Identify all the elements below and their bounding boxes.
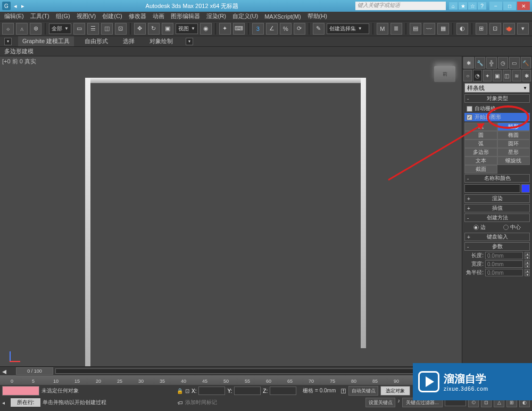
snap-icon[interactable]: 3 [252, 23, 264, 35]
rollout-parameters[interactable]: -参数 [464, 242, 530, 251]
percent-snap-icon[interactable]: % [280, 23, 292, 35]
hierarchy-tab-icon[interactable]: ╬ [486, 57, 497, 69]
shape-ellipse-button[interactable]: 椭圆 [497, 131, 530, 139]
spacewarps-icon[interactable]: ≋ [512, 70, 521, 81]
help-icon[interactable]: ? [478, 2, 486, 10]
rollout-object-type[interactable]: -对象类型 [464, 94, 530, 103]
radio-center[interactable]: 中心 [503, 224, 521, 231]
shape-text-button[interactable]: 文本 [464, 157, 497, 165]
shape-circle-button[interactable]: 圆 [464, 131, 497, 139]
corner-radius-input[interactable]: 0.0mm [485, 269, 523, 276]
selected-label[interactable]: 选定对象 [380, 386, 410, 396]
z-input[interactable] [270, 387, 296, 395]
motion-tab-icon[interactable]: ◷ [498, 57, 509, 69]
menu-help[interactable]: 帮助(H) [305, 12, 329, 20]
help-search-input[interactable]: 键入关键字或短语 [355, 2, 446, 10]
curve-editor-icon[interactable]: 〰 [423, 23, 435, 35]
shape-ngon-button[interactable]: 多边形 [464, 148, 497, 157]
lock-icon[interactable]: 🔒 [177, 388, 183, 394]
track-toggle-icon[interactable]: ◂ [2, 366, 10, 376]
menu-views[interactable]: 视图(V) [74, 12, 98, 20]
select-icon[interactable]: ▭ [73, 23, 85, 35]
create-tab-icon[interactable]: ✱ [463, 57, 474, 69]
ribbon-tab-selection[interactable]: 选择 [119, 36, 139, 46]
isolate-icon[interactable]: ⊡ [185, 388, 189, 394]
render-icon[interactable]: 🫖 [503, 23, 515, 35]
align-icon[interactable]: ≣ [390, 23, 402, 35]
spin-down-icon[interactable]: ▾ [525, 273, 530, 276]
menu-group[interactable]: 组(G) [54, 12, 72, 20]
key-icon[interactable]: ⚿ [341, 388, 346, 394]
spin-up-icon[interactable]: ▴ [525, 252, 530, 256]
spin-up-icon[interactable]: ▴ [525, 269, 530, 273]
modify-tab-icon[interactable]: 🔧 [475, 57, 486, 69]
autokey-button[interactable]: 自动关键点 [348, 386, 378, 396]
width-input[interactable]: 0.0mm [485, 260, 523, 268]
menu-modifiers[interactable]: 修改器 [127, 12, 148, 20]
select-name-icon[interactable]: ☰ [87, 23, 99, 35]
unlink-icon[interactable]: ⟑ [16, 23, 28, 35]
move-icon[interactable]: ✥ [134, 23, 146, 35]
utilities-tab-icon[interactable]: 🔨 [521, 57, 531, 69]
x-input[interactable] [198, 387, 225, 395]
angle-snap-icon[interactable]: ∠ [266, 23, 278, 35]
tag-icon[interactable]: 🏷 [178, 400, 183, 406]
rollout-keyboard[interactable]: +键盘输入 [464, 233, 530, 241]
arrow-left-icon[interactable]: ◂ [14, 3, 21, 10]
setkey-button[interactable]: 设置关键点 [365, 398, 395, 407]
info-icon[interactable]: ⌂ [449, 2, 458, 10]
spinner-snap-icon[interactable]: ⟳ [294, 23, 305, 35]
geometry-icon[interactable]: ○ [463, 70, 472, 81]
shape-donut-button[interactable]: 圆环 [497, 139, 530, 148]
object-name-input[interactable] [464, 184, 520, 193]
ribbon-expand-icon[interactable]: ▾ [186, 38, 193, 45]
spin-down-icon[interactable]: ▾ [525, 256, 530, 259]
mirror-icon[interactable]: M [377, 23, 388, 35]
shapes-category-dropdown[interactable]: 样条线▼ [464, 83, 530, 93]
window-crossing-icon[interactable]: ⊡ [115, 23, 127, 35]
link-icon[interactable]: ⟐ [2, 23, 14, 35]
menu-grapheditors[interactable]: 图形编辑器 [169, 12, 202, 20]
radio-edge[interactable]: 边 [473, 224, 486, 231]
rotate-icon[interactable]: ↻ [148, 23, 160, 35]
material-editor-icon[interactable]: ◐ [456, 23, 468, 35]
menu-customize[interactable]: 自定义(U) [230, 12, 260, 20]
center-icon[interactable]: ◉ [200, 23, 212, 35]
shape-arc-button[interactable]: 弧 [464, 139, 497, 148]
menu-create[interactable]: 创建(C) [100, 12, 124, 20]
shape-section-button[interactable]: 截面 [464, 165, 497, 174]
ribbon-tab-paint[interactable]: 对象绘制 [145, 36, 177, 46]
prompt-toggle-icon[interactable]: ◂ [2, 400, 9, 406]
layers-icon[interactable]: ▤ [410, 23, 421, 35]
scale-icon[interactable]: ▣ [162, 23, 173, 35]
ref-coord-system[interactable]: 视图▼ [176, 23, 198, 34]
y-input[interactable] [234, 387, 261, 395]
ribbon-tab-freeform[interactable]: 自由形式 [80, 36, 112, 46]
arrow-right-icon[interactable]: ▸ [21, 3, 29, 10]
star-icon[interactable]: ★ [459, 2, 467, 10]
viewcube[interactable]: 前 [434, 66, 455, 82]
cameras-icon[interactable]: ▣ [493, 70, 501, 81]
display-tab-icon[interactable]: ▭ [509, 57, 520, 69]
auto-grid-checkbox[interactable]: 自动栅格 [464, 104, 530, 113]
ribbon-collapse-icon[interactable]: ▾ [4, 38, 12, 45]
add-time-tag[interactable]: 添加时间标记 [185, 399, 217, 406]
shapes-icon[interactable]: ◔ [473, 70, 481, 81]
shape-rectangle-button[interactable]: 矩形 [497, 122, 530, 131]
schematic-icon[interactable]: ▦ [437, 23, 449, 35]
menu-animation[interactable]: 动画 [151, 12, 167, 20]
shape-star-button[interactable]: 星形 [497, 148, 530, 157]
render-frame-icon[interactable]: ⊡ [489, 23, 501, 35]
selection-filter[interactable]: 全部▼ [49, 23, 71, 34]
length-input[interactable]: 0.0mm [485, 252, 523, 259]
spin-up-icon[interactable]: ▴ [525, 260, 530, 264]
rollout-creation-method[interactable]: -创建方法 [464, 213, 530, 222]
maximize-button[interactable]: □ [503, 2, 516, 10]
rollout-render[interactable]: +渲染 [464, 194, 530, 203]
systems-icon[interactable]: ✱ [522, 70, 531, 81]
edit-selection-icon[interactable]: ✎ [313, 23, 325, 35]
named-selection-set[interactable]: 创建选择集▼ [327, 23, 369, 34]
close-button[interactable]: ✕ [517, 2, 530, 10]
helpers-icon[interactable]: ◫ [503, 70, 511, 81]
render-dropdown-icon[interactable]: ▾ [517, 23, 529, 35]
